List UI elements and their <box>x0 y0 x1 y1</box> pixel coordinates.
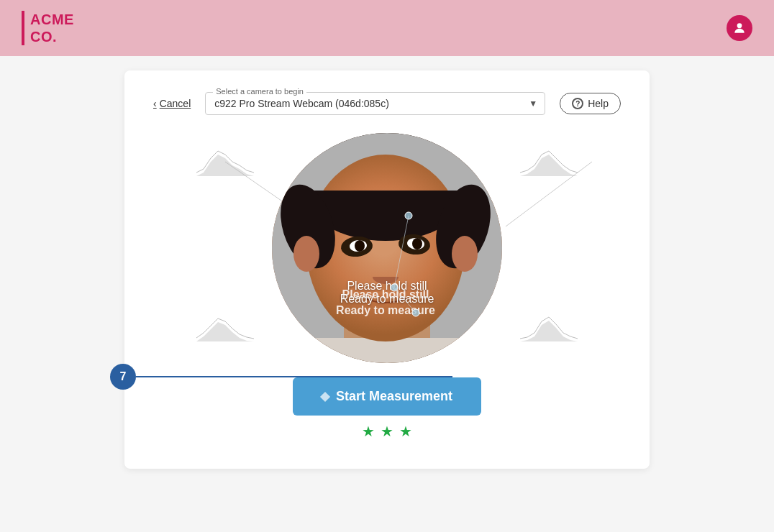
camera-select-wrapper: Select a camera to begin c922 Pro Stream… <box>205 92 545 115</box>
cancel-button[interactable]: ‹ Cancel <box>153 98 191 109</box>
svg-line-13 <box>394 288 416 313</box>
top-controls: ‹ Cancel Select a camera to begin c922 P… <box>153 92 621 115</box>
svg-marker-4 <box>520 321 578 341</box>
star-3: ★ <box>399 423 412 440</box>
help-circle-icon: ? <box>572 98 583 109</box>
camera-card: ‹ Cancel Select a camera to begin c922 P… <box>124 70 650 469</box>
header: ACME CO. <box>0 0 774 56</box>
star-1: ★ <box>362 423 375 440</box>
histogram-bottom-left <box>196 306 254 341</box>
camera-select[interactable]: c922 Pro Stream Webcam (046d:085c) <box>214 98 536 109</box>
diamond-icon <box>320 391 330 401</box>
svg-point-0 <box>737 23 742 28</box>
tracking-overlay-svg <box>272 133 502 363</box>
histogram-top-left <box>196 140 254 176</box>
logo-line2: CO. <box>30 29 57 45</box>
svg-marker-3 <box>196 322 254 341</box>
face-preview: Please hold still Ready to measure <box>272 133 502 363</box>
help-button[interactable]: ? Help <box>560 93 621 114</box>
action-area: Start Measurement ★ ★ ★ <box>153 377 621 440</box>
histogram-bottom-right <box>520 306 578 341</box>
svg-line-6 <box>506 162 592 226</box>
stars-rating: ★ ★ ★ <box>362 423 412 440</box>
logo-line1: ACME <box>30 12 74 27</box>
svg-marker-1 <box>196 155 254 176</box>
cancel-label: Cancel <box>160 98 191 109</box>
star-2: ★ <box>381 423 393 440</box>
svg-marker-2 <box>520 155 578 176</box>
camera-area: Please hold still Ready to measure <box>153 133 621 363</box>
logo: ACME CO. <box>22 11 74 45</box>
step-number: 7 <box>120 370 127 383</box>
svg-line-12 <box>394 216 409 288</box>
camera-select-label: Select a camera to begin <box>213 87 306 96</box>
main-content: ‹ Cancel Select a camera to begin c922 P… <box>0 56 774 532</box>
histogram-top-right <box>520 140 578 176</box>
help-label: Help <box>588 98 609 109</box>
step-connector-line <box>136 376 452 377</box>
start-measurement-button[interactable]: Start Measurement <box>293 377 481 416</box>
start-measurement-label: Start Measurement <box>336 389 452 404</box>
step-badge: 7 <box>110 364 136 390</box>
user-avatar-icon[interactable] <box>727 15 752 41</box>
